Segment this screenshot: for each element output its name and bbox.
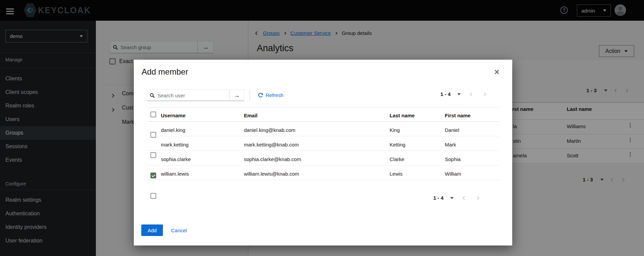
cell-first-name: Sophia (445, 156, 461, 162)
add-member-modal: Add member × → Refresh 1 - 4 (134, 60, 512, 245)
cell-first-name: Mark (445, 142, 456, 147)
prev-page-icon[interactable] (462, 196, 466, 200)
pagination-range: 1 - 4 (433, 195, 443, 201)
row-divider (147, 180, 500, 180)
cell-email: daniel.king@knab.com (244, 127, 295, 133)
row-checkbox[interactable] (150, 132, 156, 138)
close-icon[interactable]: × (494, 68, 499, 75)
refresh-label: Refresh (266, 92, 284, 98)
cell-last-name: King (390, 127, 400, 133)
next-page-icon[interactable] (475, 196, 479, 200)
prev-page-icon[interactable] (470, 92, 473, 96)
modal-pagination-bottom: 1 - 4 (433, 195, 479, 201)
cell-first-name: Daniel (445, 127, 459, 133)
refresh-icon (258, 93, 263, 98)
row-checkbox[interactable] (150, 193, 156, 199)
cell-email: william.lewis@knab.com (244, 171, 299, 177)
modal-pagination-top: 1 - 4 (440, 91, 486, 97)
cell-username: mark.ketting (161, 142, 189, 147)
cell-last-name: Ketting (390, 142, 406, 147)
cell-last-name: Lewis (390, 171, 402, 177)
row-checkbox[interactable] (150, 152, 156, 158)
column-header-email: Email (244, 113, 257, 118)
table-border (147, 107, 500, 107)
cell-email: sophia.clarke@knab.com (244, 156, 301, 162)
divider (250, 90, 250, 101)
row-divider (147, 151, 500, 151)
user-search-input[interactable] (158, 93, 226, 98)
search-icon (150, 93, 155, 98)
chevron-down-icon[interactable] (457, 93, 461, 95)
row-divider (147, 136, 500, 136)
user-search-field (147, 90, 229, 101)
arrow-right-icon: → (234, 92, 240, 99)
row-divider (147, 165, 500, 165)
row-divider (147, 121, 500, 122)
cancel-button[interactable]: Cancel (171, 228, 187, 233)
pagination-range: 1 - 4 (440, 91, 451, 97)
add-button[interactable]: Add (141, 224, 163, 236)
row-checkbox[interactable] (150, 173, 156, 178)
cell-username: sophia.clarke (161, 156, 191, 162)
cell-email: mark.ketting@knab.com (244, 142, 299, 147)
chevron-down-icon[interactable] (450, 197, 454, 199)
cell-username: william.lewis (161, 171, 189, 177)
select-all-checkbox[interactable] (150, 112, 156, 117)
cell-last-name: Clarke (390, 156, 404, 162)
user-search-submit-button[interactable]: → (229, 90, 244, 101)
keycloak-admin-console: KEYCLOAK ? admin demo Manage Clients Cli… (0, 0, 644, 256)
next-page-icon[interactable] (482, 92, 486, 96)
column-header-first-name: First name (445, 113, 471, 118)
column-header-username: Username (161, 113, 186, 118)
cell-username: daniel.king (161, 127, 185, 133)
refresh-button[interactable]: Refresh (258, 92, 284, 98)
column-header-last-name: Last name (390, 113, 415, 118)
cell-first-name: William (445, 171, 461, 177)
modal-title: Add member (142, 67, 188, 77)
